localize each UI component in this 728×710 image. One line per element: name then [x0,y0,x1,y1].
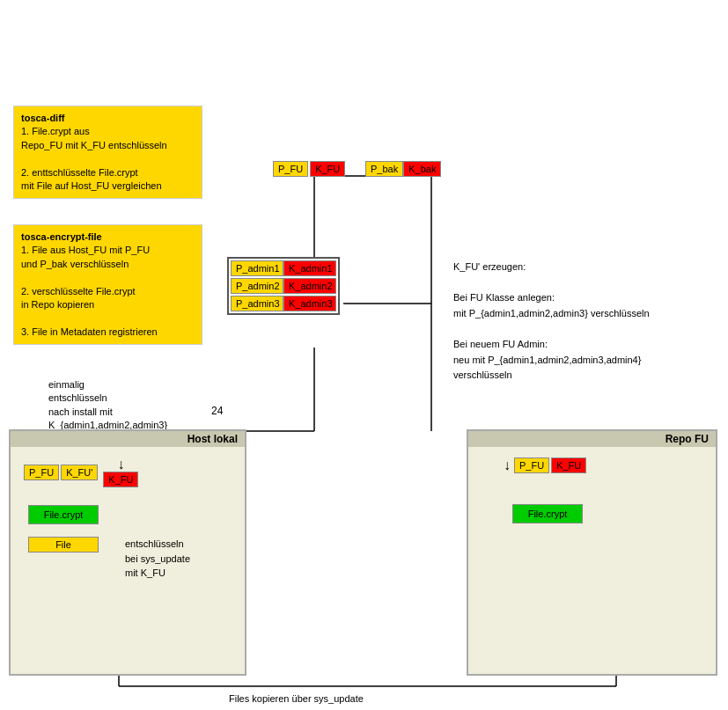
host-lokal-box: Host lokal P_FU K_FU' ↓ K_FU File.crypt … [9,429,246,676]
fu-klasse-detail: mit P_{admin1,admin2,admin3} verschlüsse… [453,306,650,322]
top-key-row: P_FU K_FU [273,161,345,177]
k-fu-erzeugen-block: K_FU' erzeugen: Bei FU Klasse anlegen: m… [453,260,650,384]
note1-title: tosca-diff [21,112,195,125]
note2-line3: 2. verschlüsselte File.crypt [21,285,195,298]
p-admin1: P_admin1 [231,260,283,276]
k-bak-top: K_bak [403,161,441,177]
note2-title: tosca-encrypt-file [21,231,195,244]
repo-key-row: ↓ P_FU K_FU [504,457,716,473]
repo-title: Repo FU [468,431,716,447]
bak-key-row: P_bak K_bak [365,161,441,177]
p-admin3: P_admin3 [231,296,283,311]
k-fu-red-host: K_FU [103,472,138,487]
admin-row-1: P_admin1 K_admin1 [231,260,336,276]
k-fu-repo: K_FU [551,457,586,473]
fu-klasse-title: Bei FU Klasse anlegen: [453,290,650,306]
p-fu-top: P_FU [273,161,308,177]
file-crypt-repo-container: File.crypt [512,504,716,523]
admin-table: P_admin1 K_admin1 P_admin2 K_admin2 P_ad… [227,257,340,315]
k-admin2: K_admin2 [283,278,336,294]
note1-line4: mit File auf Host_FU vergleichen [21,179,195,193]
tosca-diff-note: tosca-diff 1. File.crypt aus Repo_FU mit… [13,106,202,199]
file-crypt-repo: File.crypt [512,504,583,523]
number-24: 24 [211,405,223,417]
arrow-down-repo: ↓ [504,458,511,472]
decrypt-label: einmalig entschlüsseln nach install mit … [48,378,167,433]
host-key-row: P_FU K_FU' ↓ K_FU [24,457,245,487]
note2-line1: 1. File aus Host_FU mit P_FU [21,244,195,257]
repo-fu-box: Repo FU ↓ P_FU K_FU File.crypt [467,429,717,676]
p-fu-host: P_FU [24,465,59,480]
main-diagram: tosca-diff 1. File.crypt aus Repo_FU mit… [0,0,728,710]
file-crypt-host: File.crypt [28,505,99,524]
k-fu-erzeugen-title: K_FU' erzeugen: [453,260,650,275]
note1-line2: Repo_FU mit K_FU entschlüsseln [21,139,195,152]
k-admin1: K_admin1 [283,260,336,276]
k-fu-top: K_FU [310,161,345,177]
p-bak-top: P_bak [365,161,403,177]
note1-line1: 1. File.crypt aus [21,125,195,138]
fu-admin-detail: neu mit P_{admin1,admin2,admin3,admin4} [453,353,650,369]
file-host: File [28,537,99,553]
host-title: Host lokal [11,431,245,447]
note2-line2: und P_bak verschlüsseln [21,258,195,271]
p-fu-repo: P_FU [514,457,549,473]
arrow-down-host: ↓ [117,457,124,472]
k-admin3: K_admin3 [283,296,336,311]
fu-admin-title: Bei neuem FU Admin: [453,337,650,353]
fu-admin-detail2: verschlüsseln [453,368,650,384]
note1-line3: 2. enttschlüsselte File.crypt [21,166,195,179]
admin-row-3: P_admin3 K_admin3 [231,296,336,311]
p-admin2: P_admin2 [231,278,283,294]
files-copy-label: Files kopieren über sys_update [229,693,364,704]
admin-row-2: P_admin2 K_admin2 [231,278,336,294]
decrypt-sys-label: entschlüsseln bei sys_update mit K_FU [125,537,190,581]
file-crypt-host-container: File.crypt [28,505,245,524]
note2-line4: in Repo kopieren [21,298,195,311]
k-fu-prime-host: K_FU' [61,465,98,480]
note2-line5: 3. File in Metadaten registrieren [21,326,195,339]
tosca-encrypt-note: tosca-encrypt-file 1. File aus Host_FU m… [13,224,202,345]
